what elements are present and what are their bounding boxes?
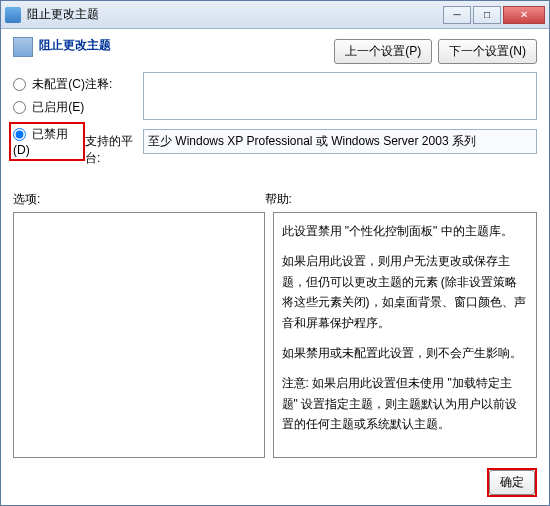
highlight-disabled: 已禁用(D) — [9, 122, 85, 161]
options-label: 选项: — [13, 191, 265, 208]
help-panel: 此设置禁用 "个性化控制面板" 中的主题库。 如果启用此设置，则用户无法更改或保… — [273, 212, 537, 458]
titlebar: 阻止更改主题 ─ □ ✕ — [1, 1, 549, 29]
help-label: 帮助: — [265, 191, 292, 208]
radio-enabled-input[interactable] — [13, 101, 26, 114]
highlight-ok: 确定 — [487, 468, 537, 497]
ok-button[interactable]: 确定 — [489, 470, 535, 495]
window-title: 阻止更改主题 — [27, 6, 443, 23]
comment-input[interactable] — [143, 72, 537, 120]
radio-not-configured[interactable]: 未配置(C) — [13, 76, 85, 93]
help-text-3: 如果禁用或未配置此设置，则不会产生影响。 — [282, 343, 528, 363]
radio-disabled[interactable]: 已禁用(D) — [13, 126, 81, 157]
platform-label: 支持的平台: — [85, 129, 143, 167]
help-text-2: 如果启用此设置，则用户无法更改或保存主题，但仍可以更改主题的元素 (除非设置策略… — [282, 251, 528, 333]
radio-not-configured-input[interactable] — [13, 78, 26, 91]
next-setting-button[interactable]: 下一个设置(N) — [438, 39, 537, 64]
help-text-1: 此设置禁用 "个性化控制面板" 中的主题库。 — [282, 221, 528, 241]
close-button[interactable]: ✕ — [503, 6, 545, 24]
minimize-button[interactable]: ─ — [443, 6, 471, 24]
page-title: 阻止更改主题 — [39, 37, 334, 54]
help-text-4: 注意: 如果启用此设置但未使用 "加载特定主题" 设置指定主题，则主题默认为用户… — [282, 373, 528, 434]
radio-enabled[interactable]: 已启用(E) — [13, 99, 85, 116]
options-panel — [13, 212, 265, 458]
prev-setting-button[interactable]: 上一个设置(P) — [334, 39, 432, 64]
radio-disabled-input[interactable] — [13, 128, 26, 141]
comment-label: 注释: — [85, 72, 143, 93]
app-icon — [5, 7, 21, 23]
maximize-button[interactable]: □ — [473, 6, 501, 24]
platform-value: 至少 Windows XP Professional 或 Windows Ser… — [143, 129, 537, 154]
policy-icon — [13, 37, 33, 57]
